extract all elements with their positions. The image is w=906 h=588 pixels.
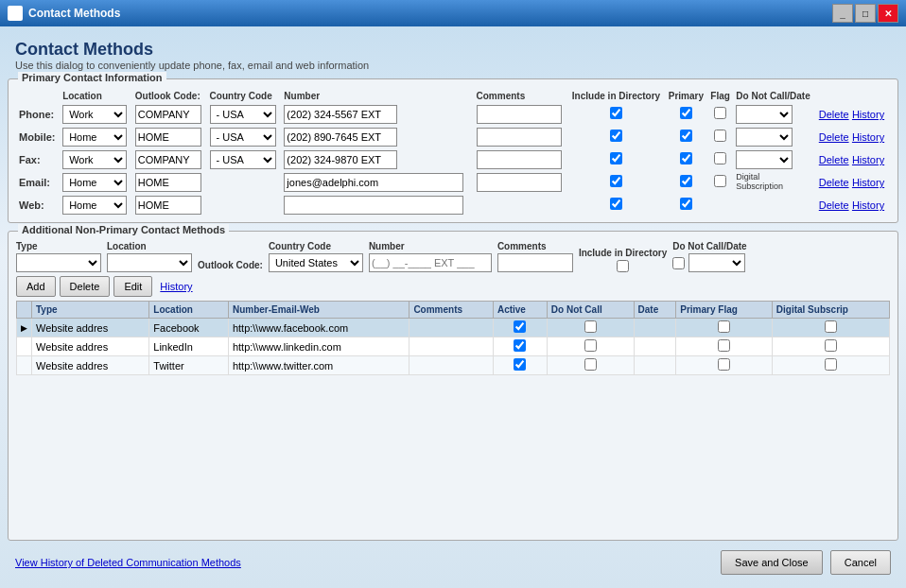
phone-flag-checkbox[interactable] bbox=[714, 107, 726, 119]
mobile-location-select[interactable]: HomeWorkOther bbox=[62, 128, 127, 147]
phone-history-cell: Delete History bbox=[816, 103, 890, 126]
add-button[interactable]: Add bbox=[16, 276, 56, 297]
web-label: Web: bbox=[16, 194, 60, 216]
save-close-button[interactable]: Save and Close bbox=[721, 550, 823, 575]
phone-history-link[interactable]: History bbox=[852, 109, 884, 120]
phone-include-checkbox[interactable] bbox=[610, 107, 622, 119]
row-donotcall-cb-1[interactable] bbox=[584, 320, 597, 333]
additional-history-link[interactable]: History bbox=[160, 276, 192, 297]
email-location-select[interactable]: HomeWorkOther bbox=[62, 173, 127, 192]
fax-include-checkbox[interactable] bbox=[610, 152, 622, 164]
country-field-group: Country Code United StatesCanada bbox=[269, 241, 363, 272]
cancel-button[interactable]: Cancel bbox=[830, 550, 891, 575]
mobile-history-link[interactable]: History bbox=[852, 131, 884, 143]
additional-data-grid: Type Location Number-Email-Web Comments … bbox=[16, 301, 890, 375]
phone-outlook-input[interactable] bbox=[135, 105, 201, 124]
fax-location-select[interactable]: WorkHomeOther bbox=[62, 150, 127, 169]
email-donotcall-cell: DigitalSubscription bbox=[733, 171, 815, 194]
fax-delete-button[interactable]: Delete bbox=[819, 154, 849, 165]
close-button[interactable]: ✕ bbox=[878, 4, 898, 23]
phone-comments-input[interactable] bbox=[477, 105, 562, 124]
fax-flag-checkbox[interactable] bbox=[714, 152, 726, 164]
mobile-comments-input[interactable] bbox=[477, 128, 562, 147]
add-include-checkbox[interactable] bbox=[617, 260, 629, 272]
edit-button[interactable]: Edit bbox=[113, 276, 152, 297]
table-row: Website addres LinkedIn http:\\www.linke… bbox=[17, 337, 890, 356]
add-comments-input[interactable] bbox=[497, 253, 573, 272]
phone-country-select[interactable]: - USA- CAN bbox=[210, 105, 276, 124]
fax-country-select[interactable]: - USA- CAN bbox=[210, 150, 276, 169]
email-comments-input[interactable] bbox=[477, 173, 562, 192]
web-delete-button[interactable]: Delete bbox=[819, 199, 849, 211]
minimize-button[interactable]: _ bbox=[832, 4, 853, 23]
fax-donotcall-cell bbox=[733, 148, 815, 171]
delete-button[interactable]: Delete bbox=[60, 276, 111, 297]
mobile-flag-checkbox[interactable] bbox=[714, 130, 726, 142]
row-digital-cb-3[interactable] bbox=[825, 358, 837, 371]
col-comments: Comments bbox=[474, 89, 568, 103]
phone-delete-button[interactable]: Delete bbox=[819, 109, 849, 120]
row-primary-cb-2[interactable] bbox=[718, 339, 730, 352]
phone-primary-checkbox[interactable] bbox=[680, 107, 692, 119]
view-history-link[interactable]: View History of Deleted Communication Me… bbox=[15, 557, 241, 568]
email-location-cell: HomeWorkOther bbox=[60, 171, 132, 194]
web-include-checkbox[interactable] bbox=[610, 198, 622, 210]
row-digital-cb-1[interactable] bbox=[825, 320, 837, 333]
email-include-checkbox[interactable] bbox=[610, 175, 622, 187]
fax-history-link[interactable]: History bbox=[852, 154, 884, 165]
row-active-3 bbox=[493, 356, 547, 375]
mobile-outlook-input[interactable] bbox=[135, 128, 201, 147]
web-url-input[interactable] bbox=[284, 196, 463, 215]
row-active-cb-1[interactable] bbox=[514, 320, 526, 333]
fax-outlook-input[interactable] bbox=[135, 150, 201, 169]
phone-comments-cell bbox=[474, 103, 568, 126]
add-donotcall-select[interactable] bbox=[688, 253, 745, 272]
type-field-group: Type PhoneMobileWebsite addres bbox=[16, 241, 101, 272]
row-active-cb-2[interactable] bbox=[514, 339, 526, 352]
mobile-country-select[interactable]: - USA- CAN bbox=[210, 128, 276, 147]
add-location-select[interactable]: HomeWorkFacebook bbox=[107, 253, 192, 272]
email-flag-checkbox[interactable] bbox=[714, 175, 726, 187]
add-country-select[interactable]: United StatesCanada bbox=[269, 253, 363, 272]
page-title: Contact Methods bbox=[15, 40, 891, 60]
row-digital-cb-2[interactable] bbox=[825, 339, 837, 352]
maximize-button[interactable]: □ bbox=[855, 4, 876, 23]
email-delete-button[interactable]: Delete bbox=[819, 177, 849, 188]
web-history-link[interactable]: History bbox=[852, 199, 884, 211]
add-number-input[interactable] bbox=[369, 253, 492, 272]
email-address-input[interactable] bbox=[284, 173, 463, 192]
mobile-primary-checkbox[interactable] bbox=[680, 130, 692, 142]
row-arrow-2 bbox=[17, 337, 32, 356]
phone-donotcall-select[interactable] bbox=[736, 105, 793, 124]
fax-primary-checkbox[interactable] bbox=[680, 152, 692, 164]
row-donotcall-cb-2[interactable] bbox=[584, 339, 597, 352]
type-select[interactable]: PhoneMobileWebsite addres bbox=[16, 253, 101, 272]
phone-number-input[interactable] bbox=[284, 105, 397, 124]
mobile-number-cell bbox=[281, 126, 473, 148]
row-location-1: Facebook bbox=[149, 319, 229, 337]
fax-number-input[interactable] bbox=[284, 150, 397, 169]
email-outlook-cell bbox=[132, 171, 207, 194]
mobile-include-checkbox[interactable] bbox=[610, 130, 622, 142]
email-primary-checkbox[interactable] bbox=[680, 175, 692, 187]
mobile-delete-button[interactable]: Delete bbox=[819, 131, 849, 143]
web-location-select[interactable]: HomeWorkOther bbox=[62, 196, 127, 215]
fax-comments-input[interactable] bbox=[477, 150, 562, 169]
row-location-3: Twitter bbox=[149, 356, 229, 375]
web-primary-checkbox[interactable] bbox=[680, 198, 692, 210]
web-outlook-input[interactable] bbox=[135, 196, 201, 215]
email-outlook-input[interactable] bbox=[135, 173, 201, 192]
mobile-label: Mobile: bbox=[16, 126, 60, 148]
row-donotcall-cb-3[interactable] bbox=[584, 358, 597, 371]
email-history-link[interactable]: History bbox=[852, 177, 884, 188]
fax-donotcall-select[interactable] bbox=[736, 150, 793, 169]
row-primary-cb-3[interactable] bbox=[718, 358, 730, 371]
add-donotcall-checkbox[interactable] bbox=[672, 257, 685, 269]
mobile-donotcall-select[interactable] bbox=[736, 128, 793, 147]
add-donotcall-label: Do Not Call/Date bbox=[672, 241, 746, 251]
mobile-number-input[interactable] bbox=[284, 128, 397, 147]
phone-location-select[interactable]: WorkHomeOther bbox=[62, 105, 127, 124]
phone-location-cell: WorkHomeOther bbox=[60, 103, 132, 126]
row-primary-cb-1[interactable] bbox=[718, 320, 730, 333]
row-active-cb-3[interactable] bbox=[514, 358, 526, 371]
